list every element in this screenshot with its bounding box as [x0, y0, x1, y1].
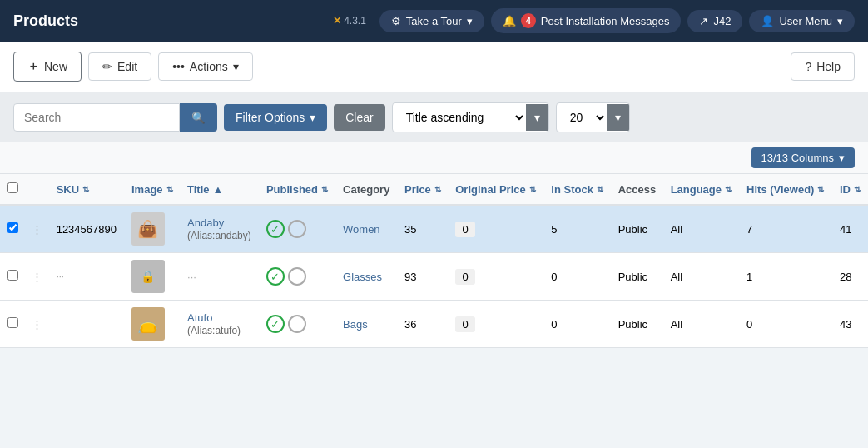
title-sort-asc-icon: ▲: [213, 183, 224, 196]
external-icon: ↗: [699, 15, 708, 27]
price-cell: 35: [398, 205, 449, 253]
user-icon: 👤: [761, 15, 774, 27]
bell-icon: 🔔: [503, 15, 516, 27]
hits-cell: 1: [740, 253, 833, 301]
published-radio-icon[interactable]: [288, 267, 306, 286]
table-row: ⋮ ··· 🔒 ··· ✓ Glasses: [0, 253, 868, 301]
image-cell: 👝: [125, 301, 181, 348]
category-col-header: Category: [336, 174, 398, 205]
sku-cell: 1234567890: [50, 205, 125, 253]
j42-button[interactable]: ↗ J42: [687, 10, 742, 32]
orig-price-value: 0: [455, 316, 475, 332]
edit-button[interactable]: ✏ Edit: [88, 52, 151, 81]
drag-handle-icon[interactable]: ⋮: [32, 223, 42, 236]
row-checkbox-cell[interactable]: [0, 205, 25, 253]
product-title-link[interactable]: Andaby: [187, 217, 224, 229]
actions-button[interactable]: ••• Actions ▾: [158, 52, 253, 81]
sku-col-header[interactable]: SKU ⇅: [50, 174, 125, 205]
category-link[interactable]: Women: [343, 223, 380, 236]
notifications-badge: 4: [521, 13, 536, 28]
plus-icon: ＋: [27, 59, 39, 74]
title-cell: Atufo (Alias:atufo): [181, 301, 260, 348]
page-size-chevron-icon[interactable]: ▾: [607, 104, 629, 131]
columns-bar: 13/13 Columns ▾: [0, 142, 868, 174]
in-stock-sort-icon: ⇅: [597, 185, 603, 194]
clear-button[interactable]: Clear: [334, 104, 384, 131]
product-title-link[interactable]: Atufo: [187, 311, 212, 324]
drag-handle-icon[interactable]: ⋮: [32, 271, 42, 283]
published-check-icon[interactable]: ✓: [266, 220, 285, 238]
image-cell: 🔒: [125, 253, 181, 301]
id-col-header[interactable]: ID ⇅: [833, 174, 868, 205]
page-size-select[interactable]: 20: [557, 103, 607, 132]
published-cell: ✓: [260, 301, 336, 348]
published-col-header[interactable]: Published ⇅: [260, 174, 336, 205]
sort-select[interactable]: Title ascending: [393, 103, 526, 132]
row-checkbox[interactable]: [7, 222, 18, 233]
row-checkbox[interactable]: [7, 317, 18, 328]
filter-options-button[interactable]: Filter Options ▾: [224, 104, 327, 131]
row-checkbox-cell[interactable]: [0, 253, 25, 301]
product-image: 👜: [131, 212, 165, 246]
hits-sort-icon: ⇅: [817, 185, 824, 194]
drag-cell: ⋮: [25, 253, 50, 301]
search-icon: 🔍: [191, 112, 206, 124]
search-button[interactable]: 🔍: [180, 103, 217, 132]
take-tour-button[interactable]: ⚙ Take a Tour ▾: [379, 10, 484, 32]
orig-price-col-header[interactable]: Original Price ⇅: [449, 174, 544, 205]
notifications-button[interactable]: 🔔 4 Post Installation Messages: [491, 8, 682, 33]
orig-price-cell: 0: [449, 253, 544, 301]
published-check-icon[interactable]: ✓: [266, 315, 285, 333]
price-sort-icon: ⇅: [434, 185, 441, 194]
category-cell: Glasses: [336, 253, 398, 301]
language-cell: All: [664, 205, 740, 253]
orig-price-sort-icon: ⇅: [529, 185, 536, 194]
question-icon: ?: [805, 60, 811, 73]
tour-chevron-icon: ▾: [467, 15, 473, 27]
user-menu-chevron-icon: ▾: [837, 15, 843, 27]
select-all-header[interactable]: [0, 174, 25, 205]
help-button[interactable]: ? Help: [791, 52, 855, 81]
in-stock-col-header[interactable]: In Stock ⇅: [544, 174, 611, 205]
hits-cell: 7: [740, 205, 833, 253]
access-cell: Public: [612, 205, 664, 253]
sku-cell: ···: [50, 253, 125, 301]
select-all-checkbox[interactable]: [7, 182, 18, 193]
category-cell: Women: [336, 205, 398, 253]
language-col-header[interactable]: Language ⇅: [664, 174, 740, 205]
hits-col-header[interactable]: Hits (Viewed) ⇅: [740, 174, 833, 205]
category-link[interactable]: Glasses: [343, 271, 382, 283]
published-radio-icon[interactable]: [288, 220, 306, 238]
access-cell: Public: [612, 253, 664, 301]
edit-icon: ✏: [102, 60, 112, 73]
category-link[interactable]: Bags: [343, 318, 368, 331]
row-checkbox-cell[interactable]: [0, 301, 25, 348]
columns-button[interactable]: 13/13 Columns ▾: [751, 147, 855, 168]
search-input[interactable]: [13, 103, 180, 132]
drag-cell: ⋮: [25, 205, 50, 253]
sort-chevron-icon[interactable]: ▾: [526, 104, 548, 131]
id-cell: 41: [833, 205, 868, 253]
new-button[interactable]: ＋ New: [13, 52, 82, 82]
price-cell: 93: [398, 253, 449, 301]
drag-handle-icon[interactable]: ⋮: [32, 318, 42, 331]
image-col-header[interactable]: Image ⇅: [125, 174, 181, 205]
product-alias: (Alias:andaby): [187, 230, 251, 241]
filter-bar: 🔍 Filter Options ▾ Clear Title ascending…: [0, 92, 868, 142]
row-checkbox[interactable]: [7, 270, 18, 281]
published-cell: ✓: [260, 253, 336, 301]
drag-cell: ⋮: [25, 301, 50, 348]
orig-price-value: 0: [455, 222, 475, 237]
id-cell: 28: [833, 253, 868, 301]
actions-chevron-icon: ▾: [233, 60, 239, 73]
drag-col-header: [25, 174, 50, 205]
sku-sort-icon: ⇅: [82, 185, 89, 194]
search-group: 🔍: [13, 103, 217, 132]
orig-price-value: 0: [455, 269, 475, 285]
published-check-icon[interactable]: ✓: [266, 267, 285, 286]
price-col-header[interactable]: Price ⇅: [398, 174, 449, 205]
title-cell: Andaby (Alias:andaby): [181, 205, 260, 253]
published-radio-icon[interactable]: [288, 315, 306, 333]
title-col-header[interactable]: Title ▲: [181, 174, 260, 205]
user-menu-button[interactable]: 👤 User Menu ▾: [749, 10, 855, 32]
